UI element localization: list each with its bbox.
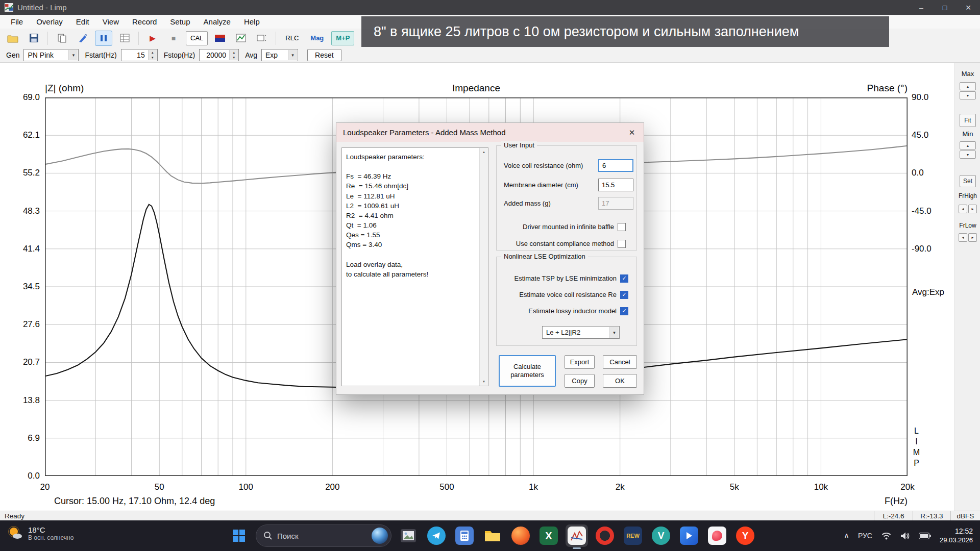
play-app-icon xyxy=(685,532,693,540)
avg-combo-value: Exp xyxy=(265,51,278,59)
voice-coil-resistance-input[interactable] xyxy=(598,159,633,172)
export-button[interactable]: Export xyxy=(565,355,595,369)
editor-icon xyxy=(708,527,726,545)
save-button[interactable] xyxy=(25,31,42,46)
estimate-inductor-checkbox[interactable]: ✓ xyxy=(620,307,628,315)
fstart-spinner[interactable]: 15 ▴▾ xyxy=(121,49,158,61)
cancel-button[interactable]: Cancel xyxy=(603,355,637,369)
overlay-flag-button[interactable] xyxy=(211,31,229,46)
scroll-up-icon[interactable]: ▴ xyxy=(480,148,488,156)
taskbar-app-rew[interactable]: REW xyxy=(622,524,644,547)
xtick: 500 xyxy=(427,482,468,492)
inductor-model-combo[interactable]: Le + L2||R2 ▾ xyxy=(542,326,620,339)
pause-button[interactable] xyxy=(95,31,112,46)
wifi-icon[interactable] xyxy=(881,532,892,540)
ok-button[interactable]: OK xyxy=(603,374,637,388)
taskbar-app-opera[interactable] xyxy=(594,524,616,547)
scroll-down-icon[interactable]: ▾ xyxy=(480,378,488,386)
chart-mode-button[interactable] xyxy=(232,31,250,46)
membrane-diameter-input[interactable] xyxy=(598,179,633,191)
close-icon[interactable]: ✕ xyxy=(957,0,980,15)
menu-file[interactable]: File xyxy=(4,17,30,26)
mag-button[interactable]: Mag xyxy=(306,31,328,45)
mp-button[interactable]: M+P xyxy=(331,31,354,45)
max-down-button[interactable]: ▾ xyxy=(960,91,976,99)
record-button[interactable]: ▶ xyxy=(144,31,161,46)
taskbar: 18°C В осн. солнечно Поиск X REW V Y ∧ Р… xyxy=(0,520,980,551)
taskbar-app-calculator[interactable] xyxy=(453,524,476,547)
open-button[interactable] xyxy=(4,31,21,46)
taskbar-app-media-player[interactable] xyxy=(678,524,700,547)
min-down-button[interactable]: ▾ xyxy=(960,151,976,159)
dialog-title-bar[interactable]: Loudspeaker Parameters - Added Mass Meth… xyxy=(336,123,644,142)
tray-chevron-icon[interactable]: ∧ xyxy=(844,531,849,540)
taskbar-app-yandex[interactable]: Y xyxy=(734,524,756,547)
excel-letter: X xyxy=(545,530,552,542)
frlow-right-button[interactable]: ▸ xyxy=(968,233,977,242)
parameters-scrollbar[interactable]: ▴ ▾ xyxy=(479,148,488,386)
taskbar-app-editor[interactable] xyxy=(706,524,728,547)
status-level-left: L:-24.6 xyxy=(874,511,913,520)
taskbar-app-v-player[interactable]: V xyxy=(650,524,672,547)
spin-up-icon[interactable]: ▴ xyxy=(229,50,238,55)
ytick-left: 41.4 xyxy=(0,244,40,254)
menu-view[interactable]: View xyxy=(96,17,126,26)
tray-language[interactable]: РУС xyxy=(858,532,872,540)
search-input[interactable]: Поиск xyxy=(256,524,391,547)
stop-button[interactable]: ■ xyxy=(165,31,182,46)
maximize-icon[interactable]: □ xyxy=(933,0,957,15)
spin-settings-button[interactable] xyxy=(253,31,271,46)
menu-overlay[interactable]: Overlay xyxy=(30,17,69,26)
volume-icon[interactable] xyxy=(900,532,910,540)
generator-controls: Gen PN Pink ▾ Fstart(Hz) 15 ▴▾ Fstop(Hz)… xyxy=(0,47,980,63)
spin-down-icon[interactable]: ▾ xyxy=(229,55,238,60)
estimate-tsp-checkbox[interactable]: ✓ xyxy=(620,274,628,283)
frhigh-right-button[interactable]: ▸ xyxy=(968,205,977,213)
ytick-right: 90.0 xyxy=(912,92,928,103)
calculate-parameters-button[interactable]: Calculate parameters xyxy=(499,355,556,387)
start-button[interactable] xyxy=(228,524,250,547)
fit-button[interactable]: Fit xyxy=(960,114,976,127)
copy-button[interactable]: Copy xyxy=(565,374,595,388)
taskbar-app-photos[interactable] xyxy=(397,524,420,547)
taskbar-app-excel[interactable]: X xyxy=(537,524,560,547)
taskbar-app-explorer[interactable] xyxy=(481,524,504,547)
spin-up-icon[interactable]: ▴ xyxy=(148,50,157,55)
weather-widget[interactable]: 18°C В осн. солнечно xyxy=(6,524,74,542)
copy-button[interactable] xyxy=(53,31,70,46)
signal-pen-button[interactable] xyxy=(74,31,91,46)
estimate-re-checkbox[interactable]: ✓ xyxy=(620,291,628,299)
x-axis-title: F(Hz) xyxy=(805,496,908,507)
minimize-icon[interactable]: – xyxy=(910,0,933,15)
menu-analyze[interactable]: Analyze xyxy=(197,17,237,26)
menu-edit[interactable]: Edit xyxy=(69,17,96,26)
spin-down-icon[interactable]: ▾ xyxy=(148,55,157,60)
rlc-button[interactable]: RLC xyxy=(281,31,303,45)
infinite-baffle-checkbox[interactable] xyxy=(618,223,626,231)
reset-button[interactable]: Reset xyxy=(307,49,341,61)
taskbar-app-limp[interactable] xyxy=(566,524,588,547)
menu-record[interactable]: Record xyxy=(126,17,163,26)
menu-help[interactable]: Help xyxy=(237,17,266,26)
search-highlight-image[interactable] xyxy=(372,528,388,544)
taskbar-app-telegram[interactable] xyxy=(425,524,448,547)
fstop-spinner[interactable]: 20000 ▴▾ xyxy=(199,49,239,61)
battery-icon[interactable] xyxy=(919,533,931,539)
toolbar-separator xyxy=(47,32,48,45)
set-button[interactable]: Set xyxy=(960,175,976,187)
taskbar-app-browser[interactable] xyxy=(509,524,532,547)
table-button[interactable] xyxy=(116,31,133,46)
parameters-text: Loudspeaker parameters: Fs = 46.39 Hz Re… xyxy=(346,152,476,279)
gen-combo[interactable]: PN Pink ▾ xyxy=(23,49,79,61)
cal-button[interactable]: CAL xyxy=(186,31,208,45)
max-up-button[interactable]: ▴ xyxy=(960,82,976,90)
frlow-left-button[interactable]: ◂ xyxy=(959,233,967,242)
dialog-close-icon[interactable]: ✕ xyxy=(620,123,644,142)
menu-setup[interactable]: Setup xyxy=(163,17,197,26)
constant-compliance-checkbox[interactable] xyxy=(618,240,626,248)
frhigh-left-button[interactable]: ◂ xyxy=(959,205,967,213)
min-up-button[interactable]: ▴ xyxy=(960,141,976,149)
avg-combo[interactable]: Exp ▾ xyxy=(261,49,298,61)
open-folder-icon xyxy=(7,34,18,43)
clock-widget[interactable]: 12:52 29.03.2026 xyxy=(940,527,973,544)
